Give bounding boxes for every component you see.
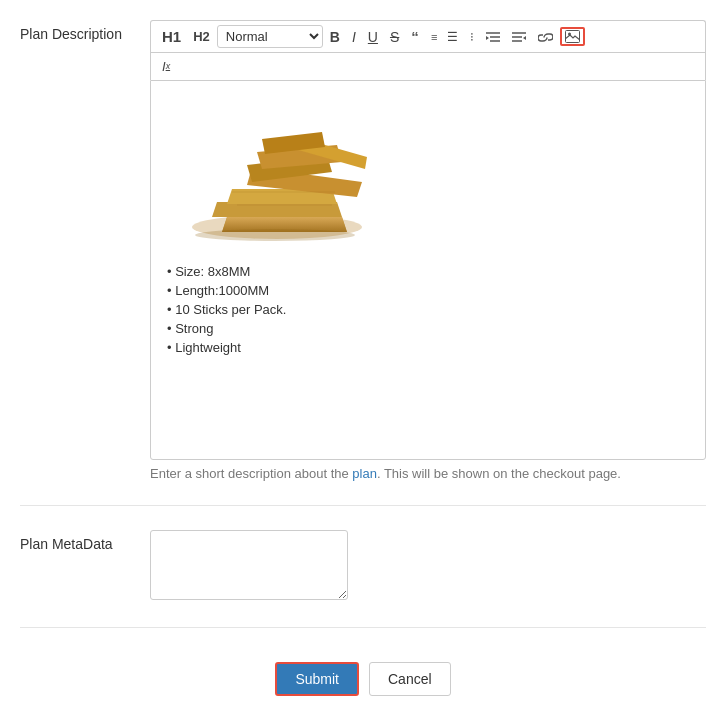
plan-metadata-label: Plan MetaData [20, 530, 150, 552]
h1-button[interactable]: H1 [157, 26, 186, 47]
wood-image-svg [167, 97, 387, 247]
plan-description-row: Plan Description H1 H2 Normal Heading 1 … [20, 20, 706, 506]
svg-text:≡: ≡ [431, 31, 437, 43]
quote-button[interactable]: “ [406, 26, 424, 47]
list-item: 10 Sticks per Pack. [167, 300, 689, 319]
toolbar-row-1: H1 H2 Normal Heading 1 Heading 2 Heading… [157, 25, 699, 48]
list-item: Size: 8x8MM [167, 262, 689, 281]
submit-button[interactable]: Submit [275, 662, 359, 696]
italic-button[interactable]: I [347, 27, 361, 47]
cancel-button[interactable]: Cancel [369, 662, 451, 696]
underline-button[interactable]: U [363, 27, 383, 47]
strikethrough-button[interactable]: S [385, 27, 404, 47]
svg-marker-4 [486, 36, 489, 40]
editor-toolbar: H1 H2 Normal Heading 1 Heading 2 Heading… [150, 20, 706, 52]
list-item: Strong [167, 319, 689, 338]
list-item: Length:1000MM [167, 281, 689, 300]
h2-button[interactable]: H2 [188, 27, 215, 46]
description-bullet-list: Size: 8x8MM Length:1000MM 10 Sticks per … [167, 262, 689, 357]
plan-metadata-row: Plan MetaData [20, 530, 706, 628]
editor-content-area[interactable]: Size: 8x8MM Length:1000MM 10 Sticks per … [150, 80, 706, 460]
svg-marker-14 [212, 202, 342, 217]
metadata-input[interactable] [150, 530, 348, 600]
clear-format-button[interactable]: Ix [157, 57, 175, 76]
metadata-control [150, 530, 706, 603]
svg-point-23 [195, 229, 355, 241]
list-item: Lightweight [167, 338, 689, 357]
plan-description-label: Plan Description [20, 20, 150, 42]
bold-button[interactable]: B [325, 27, 345, 47]
link-button[interactable] [533, 28, 558, 46]
plan-description-editor: H1 H2 Normal Heading 1 Heading 2 Heading… [150, 20, 706, 481]
ordered-list-button[interactable]: ≡ ☰ [426, 27, 463, 47]
buttons-row: Submit Cancel [20, 652, 706, 696]
toolbar-row-2: Ix [150, 52, 706, 80]
format-select[interactable]: Normal Heading 1 Heading 2 Heading 3 Par… [217, 25, 323, 48]
svg-marker-8 [523, 36, 526, 40]
unordered-list-button[interactable]: ⁝ [465, 28, 479, 46]
hint-text: Enter a short description about the plan… [150, 466, 706, 481]
indent-right-button[interactable] [507, 28, 531, 46]
editor-image [167, 97, 689, 250]
image-button[interactable] [560, 27, 585, 46]
indent-left-button[interactable] [481, 28, 505, 46]
